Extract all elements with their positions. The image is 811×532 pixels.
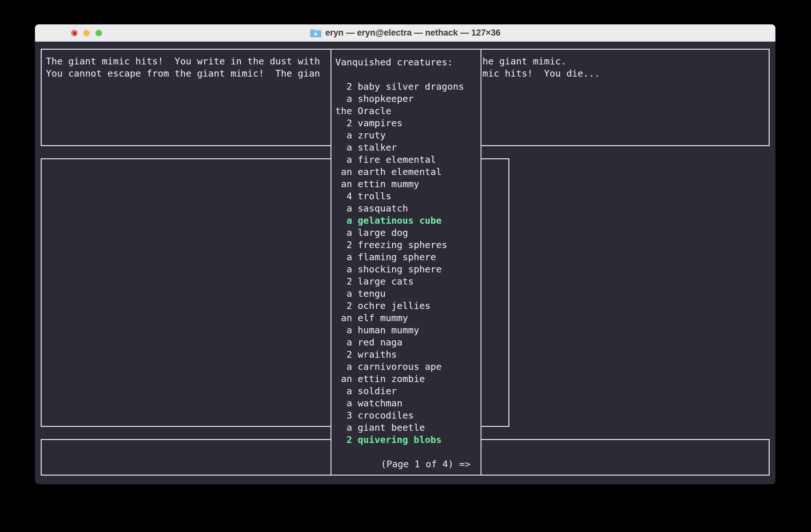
list-item: 2 baby silver dragons [335, 80, 479, 93]
list-item: a flaming sphere [335, 251, 479, 263]
list-item: an elf mummy [335, 312, 479, 324]
list-item: a human mummy [335, 324, 479, 336]
list-item: an ettin zombie [335, 373, 479, 385]
traffic-light-buttons [71, 25, 102, 42]
vanquished-creatures-panel: Vanquished creatures: 2 baby silver drag… [331, 49, 481, 475]
list-item: 3 crocodiles [335, 409, 479, 421]
list-item: a carnivorous ape [335, 361, 479, 373]
minimize-button[interactable] [83, 30, 90, 36]
list-item: 2 large cats [335, 275, 479, 287]
list-item: 2 ochre jellies [335, 300, 479, 312]
terminal-window: eryn — eryn@electra — nethack — 127×36 T… [35, 25, 776, 484]
zoom-button[interactable] [95, 30, 102, 36]
list-item: 2 wraiths [335, 348, 479, 361]
list-item: a zruty [335, 129, 479, 141]
message-line-1-right: he giant mimic. [483, 55, 566, 67]
desktop-background: { "window": { "title": "eryn — eryn@elec… [0, 0, 811, 532]
list-item: the Oracle [335, 105, 479, 117]
terminal-screen[interactable]: The giant mimic hits! You write in the d… [35, 42, 776, 484]
list-item: 4 trolls [335, 190, 479, 202]
window-titlebar[interactable]: eryn — eryn@electra — nethack — 127×36 [35, 25, 776, 42]
list-item: a red naga [335, 336, 479, 348]
list-item: a soldier [335, 385, 479, 397]
home-folder-icon[interactable] [310, 28, 322, 38]
list-item: a large dog [335, 226, 479, 239]
list-item: 2 quivering blobs [335, 434, 479, 446]
window-title-group: eryn — eryn@electra — nethack — 127×36 [310, 28, 500, 38]
list-item: a shocking sphere [335, 263, 479, 275]
page-indicator: (Page 1 of 4) => [381, 458, 470, 470]
list-item: an ettin mummy [335, 178, 479, 190]
list-item: a sasquatch [335, 202, 479, 215]
message-line-2-left: You cannot escape from the giant mimic! … [46, 67, 320, 79]
vanquished-list: 2 baby silver dragons a shopkeeperthe Or… [335, 80, 479, 446]
list-item: a watchman [335, 397, 479, 409]
window-title: eryn — eryn@electra — nethack — 127×36 [325, 28, 500, 38]
list-item: a stalker [335, 141, 479, 154]
list-item: an earth elemental [335, 166, 479, 178]
list-item: a shopkeeper [335, 93, 479, 105]
message-line-2-right: mic hits! You die... [483, 67, 600, 79]
list-item: 2 freezing spheres [335, 239, 479, 251]
blank-row [335, 68, 479, 80]
list-item: 2 vampires [335, 117, 479, 129]
message-line-1-left: The giant mimic hits! You write in the d… [46, 55, 320, 67]
list-item: a giant beetle [335, 421, 479, 434]
list-item: a gelatinous cube [335, 215, 479, 226]
list-item: a tengu [335, 287, 479, 300]
list-item: a fire elemental [335, 154, 479, 166]
panel-title: Vanquished creatures: [335, 56, 479, 68]
close-button[interactable] [71, 30, 78, 36]
